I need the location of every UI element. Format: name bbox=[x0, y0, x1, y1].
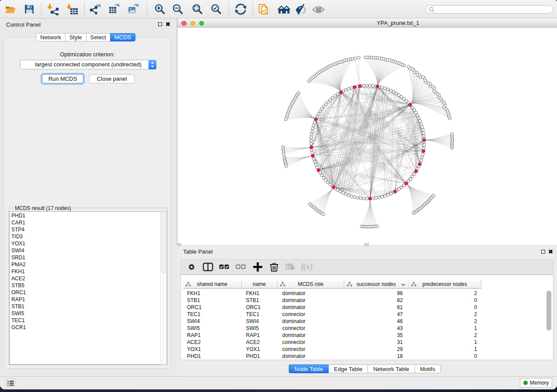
svg-text:f(x): f(x) bbox=[301, 262, 312, 272]
